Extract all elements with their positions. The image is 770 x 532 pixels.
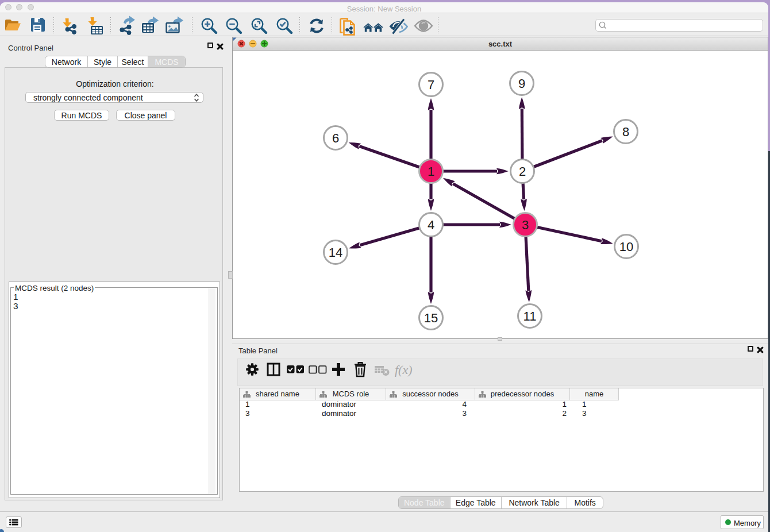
svg-text:10: 10 — [619, 240, 633, 254]
svg-text:2: 2 — [519, 164, 526, 179]
svg-text:1: 1 — [428, 164, 434, 179]
svg-text:9: 9 — [518, 76, 525, 91]
svg-text:6: 6 — [332, 131, 339, 145]
svg-text:3: 3 — [522, 218, 529, 232]
svg-text:14: 14 — [329, 245, 342, 260]
svg-text:15: 15 — [424, 311, 438, 325]
svg-text:4: 4 — [428, 218, 434, 232]
svg-text:8: 8 — [622, 125, 629, 139]
svg-text:7: 7 — [428, 78, 434, 92]
svg-text:11: 11 — [523, 309, 537, 323]
